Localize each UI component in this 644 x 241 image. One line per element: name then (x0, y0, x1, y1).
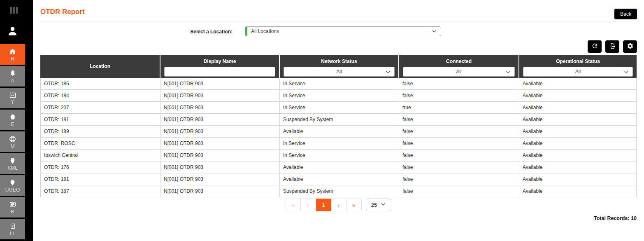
location-select[interactable]: All Locations (245, 26, 441, 36)
cell-location: Ipswich Central (40, 150, 160, 161)
display-name-filter-input[interactable] (164, 67, 275, 77)
pagination-page-1-button[interactable]: 1 (316, 199, 331, 211)
column-label: Connected (446, 58, 472, 64)
cell-display-name: N[001] OTDR 903 (160, 78, 280, 89)
sidebar-item-e[interactable]: E (0, 110, 25, 130)
user-icon[interactable] (7, 26, 19, 37)
column-label: Network Status (321, 58, 357, 64)
sidebar-item-r[interactable]: R (0, 197, 25, 218)
chevron-down-icon (505, 69, 511, 75)
cell-connected: false (399, 150, 519, 161)
sidebar-item-kml[interactable]: KML (0, 153, 25, 174)
cell-connected: false (399, 161, 519, 173)
cell-network-status: In Service (280, 102, 399, 113)
sidebar-item-label: E (11, 122, 14, 127)
sidebar-item-t[interactable]: T (0, 88, 25, 108)
sidebar-item-label: R (11, 209, 14, 215)
total-records-label: Total Records: (594, 215, 630, 221)
column-header-connected: Connected All (399, 55, 519, 78)
table-row[interactable]: OTDR_ROSCN[001] OTDR 903In ServicefalseA… (40, 138, 637, 150)
cell-location: OTDR: 185 (40, 78, 160, 89)
table-row[interactable]: OTDR: 185N[001] OTDR 903In ServicefalseA… (40, 78, 637, 90)
map-pin-icon (9, 157, 16, 165)
sidebar-item-label: H (11, 56, 14, 62)
table-row[interactable]: OTDR: 176N[001] OTDR 903AvailablefalseAv… (40, 161, 637, 173)
network-status-filter-select[interactable]: All (284, 67, 395, 77)
page-title: OTDR Report (40, 8, 85, 16)
table-row[interactable]: OTDR: 207N[001] OTDR 903In ServicetrueAv… (40, 102, 637, 114)
chevron-down-icon (623, 69, 629, 75)
refresh-button[interactable] (588, 40, 602, 53)
column-label: Location (90, 63, 110, 69)
cell-network-status: In Service (280, 90, 399, 101)
cell-location: OTDR_ROSC (40, 138, 160, 149)
pagination-prev-button[interactable]: ‹ (301, 199, 316, 211)
cell-connected: false (399, 114, 519, 125)
sidebar-item-h[interactable]: H (0, 44, 25, 65)
column-header-network-status: Network Status All (280, 55, 399, 78)
cell-operational-status: Available (519, 90, 637, 101)
table-row[interactable]: Ipswich CentralN[001] OTDR 903In Service… (40, 150, 637, 161)
page-size-select[interactable]: 25 (366, 199, 391, 211)
cell-operational-status: Available (519, 173, 637, 185)
home-icon (9, 47, 16, 56)
table-row[interactable]: OTDR: 187N[001] OTDR 903Suspended By Sys… (40, 185, 637, 197)
cell-network-status: In Service (280, 78, 399, 89)
sidebar-item-label: UGEO (5, 187, 20, 193)
total-records-value: 10 (631, 215, 637, 221)
pagination-next-button[interactable]: › (331, 199, 346, 211)
sidebar-item-m[interactable]: M (0, 131, 25, 152)
column-header-operational-status: Operational Status All (519, 55, 637, 78)
sidebar-item-ugeo[interactable]: UGEO (0, 175, 25, 196)
sidebar-item-label: A (11, 78, 14, 84)
cell-display-name: N[001] OTDR 903 (160, 126, 280, 137)
sidebar: HATEMKMLUGEORLL (0, 0, 33, 241)
sidebar-item-a[interactable]: A (0, 66, 25, 87)
location-filter-row: Select a Location: All Locations (40, 26, 637, 36)
cell-operational-status: Available (519, 138, 637, 149)
table-body: OTDR: 185N[001] OTDR 903In ServicefalseA… (40, 78, 637, 197)
table-row[interactable]: OTDR: 181N[001] OTDR 903Suspended By Sys… (40, 114, 637, 126)
gear-icon (627, 42, 634, 51)
column-header-display-name: Display Name (160, 55, 280, 78)
cell-network-status: Available (280, 161, 399, 173)
cell-network-status: In Service (280, 150, 399, 161)
cell-display-name: N[001] OTDR 903 (160, 161, 280, 173)
cell-location: OTDR: 207 (40, 102, 160, 113)
pagination-last-button[interactable]: » (346, 199, 362, 211)
connected-filter-select[interactable]: All (403, 67, 515, 77)
settings-button[interactable] (623, 40, 637, 53)
page-size-value: 25 (371, 202, 377, 208)
cell-network-status: Suspended By System (280, 185, 399, 197)
cell-connected: false (399, 126, 519, 137)
cell-operational-status: Available (519, 185, 637, 197)
select-accent-bar (245, 27, 247, 36)
table-row[interactable]: OTDR: 184N[001] OTDR 903In ServicefalseA… (40, 90, 637, 102)
pagination-first-button[interactable]: « (286, 199, 301, 211)
filter-select-value: All (336, 69, 342, 75)
sidebar-nav: HATEMKMLUGEORLL (0, 44, 25, 241)
sidebar-item-ll[interactable]: LL (0, 219, 25, 239)
refresh-icon (591, 42, 598, 51)
table-row[interactable]: OTDR: 189N[001] OTDR 903AvailablefalseAv… (40, 126, 637, 138)
cell-connected: false (399, 90, 519, 101)
chevron-down-icon (380, 201, 386, 208)
cell-location: OTDR: 181 (40, 173, 160, 185)
cell-operational-status: Available (519, 126, 637, 137)
chart-icon (9, 91, 16, 100)
export-button[interactable] (605, 40, 619, 53)
chip-icon (9, 113, 16, 122)
cell-connected: false (399, 138, 519, 149)
operational-status-filter-select[interactable]: All (523, 67, 633, 77)
menu-toggle-icon[interactable] (10, 7, 18, 14)
sidebar-item-label: LL (10, 231, 15, 236)
cell-display-name: N[001] OTDR 903 (160, 114, 280, 125)
filter-select-value: All (575, 69, 581, 75)
cell-location: OTDR: 181 (40, 114, 160, 125)
back-button[interactable]: Back (614, 9, 637, 19)
chevron-down-icon (385, 69, 391, 75)
cell-operational-status: Available (519, 161, 637, 173)
otdr-table: Location Display Name Network Status All… (40, 55, 637, 197)
cell-network-status: In Service (280, 138, 399, 149)
table-row[interactable]: OTDR: 181N[001] OTDR 903AvailablefalseAv… (40, 173, 637, 185)
